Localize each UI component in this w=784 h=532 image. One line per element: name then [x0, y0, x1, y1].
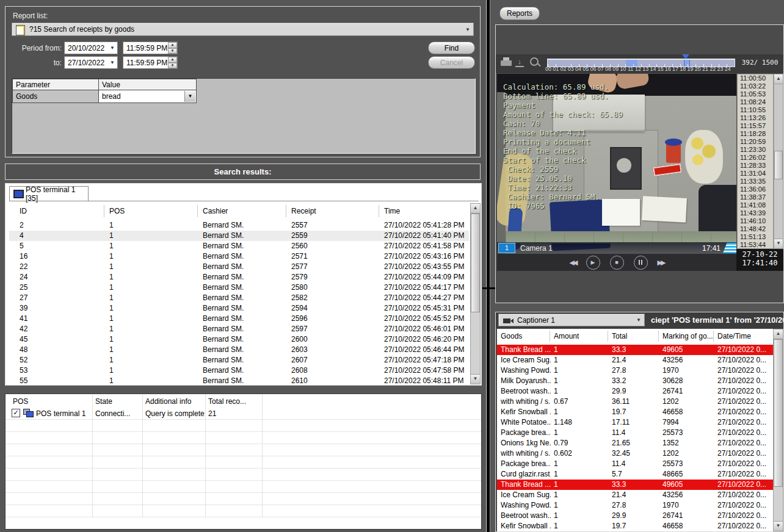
timestamp-item[interactable]: 11:48:42 [738, 225, 773, 233]
time-to-field[interactable]: 11:59:59 PM ▲▼ [123, 56, 178, 69]
timestamp-item[interactable]: 11:46:10 [738, 217, 773, 225]
report-list-dropdown[interactable]: ?15 Search of receipts by goods ▼ [12, 23, 474, 36]
goods-row[interactable]: Kefir Snowball ... 1 19.7 46658 27/10/20… [497, 407, 773, 417]
print-icon[interactable] [501, 60, 512, 66]
timestamp-scrollbar[interactable]: ▲ ▼ [774, 74, 783, 249]
table-row[interactable]: 16 1 Bernard SM. 2571 27/10/2022 05:43:1… [9, 251, 469, 262]
timestamp-item[interactable]: 11:05:53 [738, 90, 773, 98]
results-scrollbar[interactable]: ▲ ▼ [470, 203, 481, 384]
col-header-total-records[interactable]: Total reco... [208, 397, 246, 406]
scroll-up-icon[interactable]: ▲ [774, 329, 783, 339]
goods-row[interactable]: Package brea... 1 11.4 25573 27/10/2022 … [497, 459, 773, 469]
col-header-total[interactable]: Total [612, 332, 627, 340]
timestamp-item[interactable]: 11:13:26 [738, 114, 773, 122]
timestamp-item[interactable]: 11:43:39 [738, 209, 773, 217]
param-value-dropdown[interactable]: bread ▼ [98, 90, 197, 103]
timestamp-item[interactable]: 11:26:02 [738, 154, 773, 162]
timestamp-item[interactable]: 11:36:06 [738, 185, 773, 193]
timeline-marker-icon[interactable] [682, 54, 689, 59]
goods-row[interactable]: Package brea... 1 11.4 25573 27/10/2022 … [497, 428, 773, 438]
timestamp-item[interactable]: 11:28:33 [738, 162, 773, 170]
timestamp-item[interactable]: 11:33:35 [738, 178, 773, 185]
col-header-cashier[interactable]: Cashier [203, 207, 228, 215]
goods-row[interactable]: Washing Powd... 1 27.8 1970 27/10/2022 0… [497, 365, 773, 376]
table-row[interactable]: 27 1 Bernard SM. 2582 27/10/2022 05:44:2… [9, 293, 469, 303]
table-row[interactable]: 53 1 Bernard SM. 2608 27/10/2022 05:47:5… [9, 365, 469, 376]
goods-row[interactable]: with whiting / s... 0.602 32.45 1202 27/… [497, 448, 773, 459]
goods-row[interactable]: Milk Doyarush... 1 33.2 30628 27/10/2022… [497, 376, 773, 386]
goods-row[interactable]: Beetroot wash... 1 29.9 26741 27/10/2022… [497, 511, 773, 521]
goods-row[interactable]: Onions 1kg Ne... 0.79 21.65 1352 27/10/2… [497, 438, 773, 448]
chevron-down-icon[interactable]: ▼ [184, 91, 195, 102]
pause-icon[interactable] [634, 256, 648, 270]
timestamp-item[interactable]: 11:23:30 [738, 146, 773, 154]
timestamp-item[interactable]: 11:51:13 [738, 233, 773, 241]
table-row[interactable]: 2 1 Bernard SM. 2557 27/10/2022 05:41:28… [9, 220, 469, 231]
captioner-selector[interactable]: Captioner 1 ▼ [498, 314, 645, 326]
col-header-state[interactable]: State [95, 397, 112, 406]
timestamp-item[interactable]: 11:53:44 [738, 241, 773, 249]
timestamp-item[interactable]: 11:20:59 [738, 138, 773, 146]
table-row[interactable]: 52 1 Bernard SM. 2607 27/10/2022 05:47:1… [9, 355, 469, 365]
col-header-additional-info[interactable]: Additional info [145, 397, 191, 406]
col-header-goods[interactable]: Goods [501, 332, 551, 340]
goods-row[interactable]: with whiting / s... 0.67 36.11 1202 27/1… [497, 397, 773, 407]
goods-row[interactable]: Thank Bread ... 1 33.3 49605 27/10/2022 … [497, 345, 773, 355]
goods-row[interactable]: Beetroot wash... 1 29.9 26741 27/10/2022… [497, 386, 773, 397]
goods-row[interactable]: Curd glazir.rast.... 1 5.7 48665 27/10/2… [497, 469, 773, 480]
table-row[interactable]: 42 1 Bernard SM. 2597 27/10/2022 05:46:0… [9, 324, 469, 334]
scroll-down-icon[interactable]: ▼ [774, 521, 783, 531]
scroll-down-icon[interactable]: ▼ [471, 374, 480, 384]
col-header-id[interactable]: ID [20, 207, 27, 215]
col-header-receipt[interactable]: Receipt [291, 207, 316, 215]
table-row[interactable]: 25 1 Bernard SM. 2580 27/10/2022 05:44:1… [9, 282, 469, 293]
time-from-field[interactable]: 11:59:59 PM ▲▼ [123, 41, 178, 54]
timestamp-item[interactable]: 11:03:22 [738, 82, 773, 90]
step-back-icon[interactable]: ◀◀ [570, 259, 576, 267]
table-row[interactable]: 5 1 Bernard SM. 2560 27/10/2022 05:41:58… [9, 241, 469, 251]
camera-video-frame[interactable]: Calculation: 65.89 usd.Bottom line: 65.8… [497, 74, 736, 254]
timestamp-item[interactable]: 11:10:55 [738, 106, 773, 114]
table-row[interactable]: 24 1 Bernard SM. 2579 27/10/2022 05:44:0… [9, 272, 469, 282]
goods-row[interactable]: Thank Bread ... 1 33.3 49605 27/10/2022 … [497, 480, 773, 490]
time-to-spinner[interactable]: ▲▼ [168, 57, 177, 68]
play-icon[interactable]: ▶ [586, 256, 600, 270]
timestamp-item[interactable]: 11:41:08 [738, 201, 773, 209]
timestamp-item[interactable]: 11:18:28 [738, 130, 773, 138]
date-to-field[interactable]: 27/10/2022 ▼ [64, 56, 118, 69]
date-from-field[interactable]: 20/10/2022 ▼ [64, 41, 118, 54]
pos-status-row[interactable]: ✓ POS terminal 1 Connecti... Query is co… [5, 408, 481, 420]
table-row[interactable]: 55 1 Bernard SM. 2610 27/10/2022 05:48:1… [9, 376, 469, 385]
timestamp-item[interactable]: 11:38:37 [738, 193, 773, 201]
goods-row[interactable]: Kefir Snowball ... 1 19.7 46658 27/10/20… [497, 521, 773, 531]
col-header-time[interactable]: Time [384, 207, 400, 215]
timestamp-item[interactable]: 11:15:57 [738, 122, 773, 130]
col-header-datetime[interactable]: Date/Time [717, 332, 771, 340]
table-row[interactable]: 41 1 Bernard SM. 2596 27/10/2022 05:45:5… [9, 314, 469, 324]
time-from-spinner[interactable]: ▲▼ [168, 42, 177, 54]
col-header-pos[interactable]: POS [109, 207, 125, 215]
cancel-button[interactable]: Cancel [428, 56, 475, 69]
find-button[interactable]: Find [428, 41, 475, 54]
zoom-search-icon[interactable] [530, 57, 539, 66]
scrollbar-thumb[interactable] [471, 214, 480, 312]
timestamp-item[interactable]: 11:08:24 [738, 98, 773, 106]
step-forward-icon[interactable]: ▶▶ [658, 259, 664, 267]
reports-button[interactable]: Reports [499, 7, 540, 20]
table-row[interactable]: 39 1 Bernard SM. 2594 27/10/2022 05:45:3… [9, 303, 469, 314]
table-row[interactable]: 4 1 Bernard SM. 2559 27/10/2022 05:41:40… [9, 231, 469, 241]
goods-row[interactable]: Ice Cream Sug... 1 21.4 43256 27/10/2022… [497, 490, 773, 500]
scroll-up-icon[interactable]: ▲ [471, 204, 480, 214]
table-row[interactable]: 48 1 Bernard SM. 2603 27/10/2022 05:46:4… [9, 345, 469, 355]
camera-menu-icon[interactable] [723, 243, 736, 253]
goods-scrollbar[interactable]: ▲ ▼ [773, 329, 783, 531]
tab-pos-terminal-1[interactable]: POS terminal 1 [35] [9, 186, 89, 201]
scrollbar-thumb[interactable] [774, 339, 783, 487]
goods-row[interactable]: White Potatoe... 1.148 17.11 7994 27/10/… [497, 417, 773, 428]
goods-row[interactable]: Washing Powd... 1 27.8 1970 27/10/2022 0… [497, 500, 773, 511]
pos-checkbox[interactable]: ✓ [12, 409, 20, 417]
table-row[interactable]: 45 1 Bernard SM. 2600 27/10/2022 05:46:2… [9, 334, 469, 345]
scroll-up-icon[interactable]: ▲ [774, 74, 783, 84]
col-header-pos[interactable]: POS [13, 397, 28, 406]
timestamp-item[interactable]: 11:00:50 [738, 74, 773, 82]
